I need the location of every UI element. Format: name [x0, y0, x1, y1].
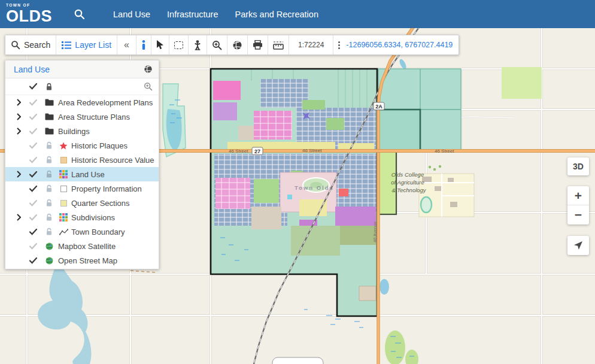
red-star-icon [59, 142, 68, 150]
layer-checkbox[interactable] [25, 99, 41, 106]
tan-swatch-icon [60, 157, 67, 163]
layer-row-property-information[interactable]: Property Information [5, 181, 159, 196]
selection-rectangle-icon [174, 41, 183, 49]
check-icon [29, 200, 37, 207]
layer-row-buildings[interactable]: Buildings [5, 124, 159, 138]
check-icon [29, 243, 37, 250]
expand-chevron-icon[interactable] [13, 128, 25, 135]
search-button[interactable]: Search [5, 35, 56, 54]
check-icon [29, 229, 37, 235]
streetview-button[interactable] [189, 35, 207, 54]
locate-control [567, 236, 589, 255]
expand-chevron-icon[interactable] [13, 113, 25, 120]
check-icon [29, 171, 37, 178]
zoom-to-layer-button[interactable] [144, 82, 153, 91]
layer-checkbox[interactable] [25, 157, 41, 163]
layer-list-button[interactable]: Layer List [56, 35, 117, 54]
top-navbar: TOWN OF OLDS Land Use Infrastructure Par… [0, 0, 595, 28]
svg-text:of Agriculture: of Agriculture [391, 179, 424, 186]
coordinates-segment: -12696056.6334, 6767027.4419 [333, 35, 459, 54]
search-icon [74, 8, 85, 20]
layer-checkbox[interactable] [25, 128, 41, 135]
svg-text:& Technology: & Technology [391, 187, 426, 193]
layer-row-quarter-sections[interactable]: Quarter Sections [5, 196, 159, 210]
zoom-controls: + − [567, 186, 589, 225]
identify-button[interactable] [136, 35, 151, 54]
nav-parks-recreation[interactable]: Parks and Recreation [227, 1, 327, 28]
pointer-tool-button[interactable] [151, 35, 169, 54]
layer-row-historic-resource-value[interactable]: Historic Resource Value [5, 153, 159, 167]
earth-globe-icon [45, 242, 53, 250]
zoom-in-button[interactable]: + [567, 186, 589, 205]
collapse-panel-button[interactable]: « [117, 35, 136, 54]
svg-text:46 Street: 46 Street [229, 148, 248, 154]
printer-icon [253, 40, 263, 50]
place-label: Town Olds [295, 184, 334, 191]
cursor-arrow-icon [156, 40, 164, 50]
layer-checkbox[interactable] [25, 171, 41, 178]
lock-all-button[interactable] [41, 83, 57, 91]
measure-button[interactable] [268, 35, 289, 54]
check-icon [29, 157, 37, 163]
globe-icon[interactable] [144, 65, 153, 74]
layer-checkbox[interactable] [25, 142, 41, 149]
expand-chevron-icon[interactable] [13, 214, 25, 221]
bottom-popup [272, 357, 323, 364]
nav-land-use[interactable]: Land Use [105, 1, 159, 28]
layer-checkbox[interactable] [25, 200, 41, 207]
expand-chevron-icon[interactable] [13, 171, 25, 178]
navbar-links: Land Use Infrastructure Parks and Recrea… [105, 1, 327, 28]
logo-olds: OLDS [6, 8, 52, 25]
layer-checkbox[interactable] [25, 243, 41, 250]
expand-chevron-icon[interactable] [13, 99, 25, 106]
navbar-search-button[interactable] [69, 4, 89, 25]
chevrons-left-icon: « [122, 40, 131, 50]
layer-checkbox[interactable] [25, 229, 41, 235]
navigation-arrow-icon [573, 241, 583, 250]
lock-open-icon [45, 156, 53, 164]
basemap-globe-button[interactable] [227, 35, 248, 54]
lock-open-icon [45, 228, 53, 236]
town-of-olds-logo[interactable]: TOWN OF OLDS [6, 4, 52, 25]
check-icon [29, 99, 37, 106]
ruler-icon [273, 41, 284, 50]
greenfield-northeast [502, 67, 542, 99]
land-use-legend-icon [59, 170, 68, 178]
earth-globe-icon [45, 257, 53, 265]
select-rectangle-button[interactable] [169, 35, 189, 54]
highway-2a-shield: 2A [374, 102, 384, 110]
college-label: Olds College of Agriculture & Technology [391, 171, 427, 193]
print-button[interactable] [248, 35, 268, 54]
overflow-menu-button[interactable] [333, 41, 342, 49]
zoom-full-extent-button[interactable] [207, 35, 227, 54]
toggle-all-checkbox[interactable] [25, 83, 41, 90]
pond-east [380, 279, 389, 295]
layer-row-open-street-map[interactable]: Open Street Map [5, 253, 159, 268]
nav-infrastructure[interactable]: Infrastructure [159, 1, 226, 28]
layer-row-mapbox-satellite[interactable]: Mapbox Satellite [5, 239, 159, 253]
layer-row-area-redevelopment-plans[interactable]: Area Redevelopment Plans [5, 95, 159, 110]
highway-27-shield: 27 [252, 147, 263, 155]
magnifier-plus-icon [212, 40, 222, 50]
boundary-line-icon [59, 229, 68, 235]
layer-checkbox[interactable] [25, 214, 41, 221]
layer-row-subdivisions[interactable]: Subdivisions [5, 210, 159, 225]
layer-row-area-structure-plans[interactable]: Area Structure Plans [5, 110, 159, 124]
lock-open-icon [45, 199, 53, 207]
lock-open-icon [45, 184, 53, 193]
pegman-icon [193, 40, 202, 50]
check-icon [29, 142, 37, 149]
three-d-button[interactable]: 3D [567, 157, 589, 175]
layer-checkbox[interactable] [25, 186, 41, 192]
locate-button[interactable] [567, 236, 589, 255]
layer-row-land-use[interactable]: Land Use [5, 167, 159, 181]
check-icon [29, 186, 37, 192]
magnifier-plus-icon [144, 82, 153, 91]
layer-checkbox[interactable] [25, 114, 41, 120]
layer-checkbox[interactable] [25, 257, 41, 264]
layer-row-historic-plaques[interactable]: Historic Plaques [5, 138, 159, 153]
check-icon [29, 128, 37, 135]
zoom-out-button[interactable]: − [567, 205, 589, 225]
layer-list-panel: Land Use Area Redevelopment Plans Area [5, 60, 159, 269]
layer-row-town-boundary[interactable]: Town Boundary [5, 225, 159, 239]
